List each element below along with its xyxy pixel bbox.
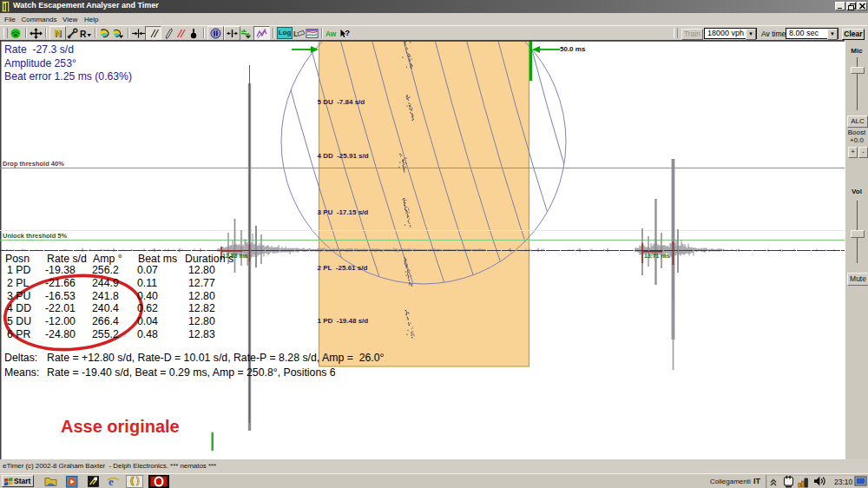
svg-text:Aw: Aw <box>326 30 337 37</box>
svg-text:?: ? <box>345 29 351 37</box>
svg-text:e: e <box>108 475 114 488</box>
svg-text:L: L <box>293 30 299 38</box>
svg-text:R: R <box>80 29 87 38</box>
